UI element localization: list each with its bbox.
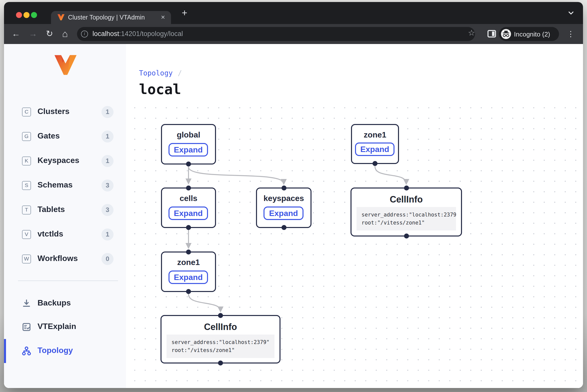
topology-icon <box>22 346 32 356</box>
port-top <box>186 186 191 190</box>
tablets-letter-icon: T <box>22 206 31 214</box>
browser-menu-icon[interactable]: ⋮ <box>567 28 574 40</box>
node-label: zone1 <box>352 130 398 140</box>
expand-zone1-left-button[interactable]: Expand <box>168 270 208 284</box>
sidebar-item-topology[interactable]: Topology <box>4 342 126 360</box>
edge-global-keyspaces <box>188 167 284 184</box>
workflows-letter-icon: W <box>22 254 31 264</box>
download-icon <box>22 298 32 308</box>
keyspaces-letter-icon: K <box>22 156 31 166</box>
site-info-icon[interactable]: i <box>81 30 88 38</box>
incognito-label: Incognito (2) <box>514 30 550 38</box>
node-zone1-top[interactable]: zone1 Expand <box>351 124 399 164</box>
cellinfo-server-address: server_address:"localhost:2379" <box>172 339 270 345</box>
forward-button[interactable]: → <box>27 28 39 40</box>
sidebar-item-label: VTExplain <box>38 322 76 331</box>
sidebar-item-label: Keyspaces <box>38 156 79 165</box>
vtctlds-letter-icon: V <box>22 230 31 239</box>
sidebar-item-label: vtctlds <box>38 230 63 238</box>
sidebar-item-clusters[interactable]: C Clusters 1 <box>4 104 126 120</box>
sidebar-item-tablets[interactable]: T Tablets 3 <box>4 202 126 218</box>
node-label: global <box>162 130 215 140</box>
side-panel-icon[interactable] <box>488 30 496 38</box>
topology-page: Topology/ local <box>126 44 583 388</box>
url-text: localhost:14201/topology/local <box>92 30 183 38</box>
node-cells[interactable]: cells Expand <box>161 188 216 228</box>
sidebar-item-vtexplain[interactable]: VTExplain <box>4 318 126 336</box>
page-content: C Clusters 1 G Gates 1 K Keyspaces 1 S S… <box>4 44 583 388</box>
sidebar-item-label: Clusters <box>38 107 70 116</box>
sidebar-item-label: Schemas <box>38 180 73 190</box>
vitess-logo-icon <box>54 55 76 75</box>
node-label: zone1 <box>162 258 215 267</box>
cellinfo-detail: server_address:"localhost:2379" root:"/v… <box>356 207 456 230</box>
browser-window: Cluster Topology | VTAdmin × + ← → ↻ ⌂ i… <box>4 2 583 388</box>
port-bottom <box>281 225 286 230</box>
sidebar-item-workflows[interactable]: W Workflows 0 <box>4 250 126 268</box>
expand-keyspaces-button[interactable]: Expand <box>264 206 304 220</box>
count-badge: 1 <box>102 155 114 167</box>
port-bottom <box>372 161 378 166</box>
reload-button[interactable]: ↻ <box>44 28 56 40</box>
tab-title: Cluster Topology | VTAdmin <box>68 14 156 21</box>
sidebar-item-vtctlds[interactable]: V vtctlds 1 <box>4 226 126 243</box>
cellinfo-root: root:"/vitess/zone1" <box>172 347 235 353</box>
tab-cluster-topology[interactable]: Cluster Topology | VTAdmin × <box>51 11 171 24</box>
port-bottom <box>186 162 191 166</box>
sidebar-divider <box>18 280 118 281</box>
address-bar[interactable]: i localhost:14201/topology/local <box>77 27 475 41</box>
port-bottom <box>404 234 409 238</box>
node-cellinfo-right[interactable]: CellInfo server_address:"localhost:2379"… <box>350 188 462 236</box>
node-title: CellInfo <box>352 194 461 205</box>
node-zone1-left[interactable]: zone1 Expand <box>161 252 216 292</box>
url-path: :14201/topology/local <box>119 30 183 38</box>
active-nav-indicator <box>4 339 6 363</box>
node-global[interactable]: global Expand <box>161 124 216 164</box>
expand-zone1-top-button[interactable]: Expand <box>355 142 394 156</box>
node-title: CellInfo <box>162 322 280 332</box>
edge-zone1-cellinfo-bottom <box>188 294 220 311</box>
count-badge: 0 <box>102 253 114 265</box>
port-bottom <box>186 289 191 294</box>
back-button[interactable]: ← <box>10 28 22 40</box>
vitess-favicon-icon <box>58 14 64 20</box>
port-bottom <box>186 225 191 230</box>
zoom-window-button[interactable] <box>31 12 37 18</box>
expand-global-button[interactable]: Expand <box>168 143 208 156</box>
chevron-down-icon[interactable] <box>567 9 575 17</box>
cellinfo-server-address: server_address:"localhost:2379" <box>362 212 456 218</box>
node-cellinfo-bottom[interactable]: CellInfo server_address:"localhost:2379"… <box>160 315 280 364</box>
home-button[interactable]: ⌂ <box>59 28 71 40</box>
incognito-badge: Incognito (2) <box>499 27 559 41</box>
node-keyspaces[interactable]: keyspaces Expand <box>256 188 312 228</box>
cellinfo-detail: server_address:"localhost:2379" root:"/v… <box>166 334 274 358</box>
new-tab-button[interactable]: + <box>179 8 190 18</box>
tab-strip: Cluster Topology | VTAdmin × + <box>4 2 583 24</box>
port-top <box>281 186 286 190</box>
sidebar-item-backups[interactable]: Backups <box>4 295 126 312</box>
minimize-window-button[interactable] <box>24 12 30 18</box>
count-badge: 1 <box>102 130 114 142</box>
port-top <box>186 250 191 254</box>
close-window-button[interactable] <box>16 12 22 18</box>
screen: Cluster Topology | VTAdmin × + ← → ↻ ⌂ i… <box>0 0 587 392</box>
sidebar-item-schemas[interactable]: S Schemas 3 <box>4 177 126 194</box>
tab-close-icon[interactable]: × <box>159 13 167 21</box>
node-label: cells <box>162 194 215 203</box>
expand-cells-button[interactable]: Expand <box>168 206 208 220</box>
sidebar-item-label: Workflows <box>38 254 78 263</box>
sidebar-item-label: Tablets <box>38 205 65 214</box>
count-badge: 1 <box>102 228 114 240</box>
sidebar-item-label: Gates <box>38 132 60 140</box>
clusters-letter-icon: C <box>22 108 31 116</box>
bookmark-star-icon[interactable]: ☆ <box>467 28 476 38</box>
count-badge: 3 <box>102 204 114 216</box>
gates-letter-icon: G <box>22 132 31 141</box>
incognito-spy-icon <box>501 29 511 39</box>
node-label: keyspaces <box>257 194 310 203</box>
sidebar-item-keyspaces[interactable]: K Keyspaces 1 <box>4 152 126 170</box>
cellinfo-root: root:"/vitess/zone1" <box>362 219 425 225</box>
count-badge: 3 <box>102 180 114 192</box>
document-check-icon <box>22 322 32 332</box>
sidebar-item-gates[interactable]: G Gates 1 <box>4 128 126 145</box>
